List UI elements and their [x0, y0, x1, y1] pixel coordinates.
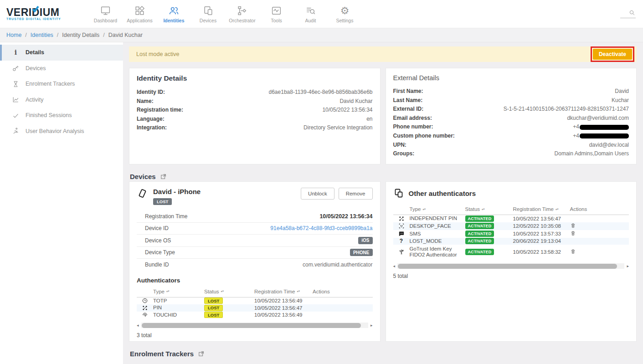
main-content: Lost mode active Deactivate Identity Det…: [123, 42, 643, 364]
table-row-totp: TOTP LOST 10/05/2022 13:56:49: [137, 297, 373, 305]
brand-text: VERIDIUM: [6, 7, 78, 17]
settings-gear-icon: ⚙: [340, 5, 350, 16]
nav-item-tools[interactable]: Tools: [259, 5, 293, 23]
lost-status-badge: LOST: [204, 297, 223, 304]
sidebar-item-finished-sessions[interactable]: Finished Sessions: [0, 108, 123, 123]
sort-icon: ▴▾: [221, 290, 224, 292]
authenticators-table: Type▴▾ Status▴▾ Registration Time▴▾ Acti…: [137, 286, 373, 319]
nav-item-dashboard[interactable]: Dashboard: [88, 5, 123, 23]
authenticators-total: 3 total: [137, 332, 373, 338]
sort-icon: ▴▾: [166, 290, 170, 292]
delete-icon[interactable]: [570, 248, 576, 255]
tools-icon: [271, 5, 282, 16]
delete-icon[interactable]: [570, 222, 576, 229]
nav-item-applications[interactable]: Applications: [123, 5, 157, 23]
info-icon: i: [12, 49, 20, 56]
col-registration-time[interactable]: Registration Time▴▾: [254, 289, 313, 294]
fingerprint-icon: [142, 312, 148, 318]
table-row-sms: SMS ACTIVATED 10/05/2022 13:57:33: [393, 230, 629, 238]
scrollbar-thumb[interactable]: [142, 323, 361, 328]
device-name: David - iPhone: [153, 188, 201, 196]
col-actions: Actions: [313, 289, 373, 294]
nav-item-audit[interactable]: Audit: [293, 5, 328, 23]
device-panel: David - iPhone LOST Unblock Remove Regis…: [129, 181, 381, 342]
hourglass-icon: [12, 80, 20, 88]
sort-icon: ▴▾: [482, 208, 485, 210]
pin-icon: [142, 305, 148, 311]
audit-icon: [305, 5, 316, 16]
sidebar-item-devices[interactable]: Devices: [0, 61, 123, 77]
other-authenticators-title: Other authenticators: [409, 190, 476, 197]
deactivate-button[interactable]: Deactivate: [593, 49, 632, 60]
nav-item-identities[interactable]: Identities: [157, 5, 191, 23]
custom-phone-number-row: Custom phone number:+4: [393, 132, 629, 141]
external-link-icon[interactable]: [198, 350, 205, 357]
scroll-left-arrow[interactable]: ◂: [137, 323, 139, 328]
sidebar-item-enrolment-trackers[interactable]: Enrolment Trackers: [0, 76, 123, 92]
lost-mode-banner: Lost mode active Deactivate: [129, 46, 637, 62]
search-button[interactable]: [620, 9, 636, 18]
activated-status-badge: ACTIVATED: [465, 231, 494, 237]
lost-mode-message: Lost mode active: [136, 51, 180, 57]
user-behavior-icon: [12, 127, 20, 135]
table-row-pin: PIN LOST 10/05/2022 13:56:47: [137, 304, 373, 312]
col-type[interactable]: Type▴▾: [153, 289, 204, 294]
breadcrumb-identity-details: Identity Details: [62, 32, 99, 38]
device-id-link[interactable]: 91e4a58a-b672-4c88-9fd3-cceb9899ba1a: [270, 225, 372, 231]
device-type-row: Device TypePHONE: [137, 247, 373, 259]
activated-status-badge: ACTIVATED: [465, 223, 494, 229]
delete-icon[interactable]: [570, 230, 576, 236]
phone-number-row: Phone number:+4: [393, 123, 629, 132]
breadcrumb-home[interactable]: Home: [6, 32, 21, 38]
deactivate-highlight-box: Deactivate: [591, 46, 634, 62]
logo-checkmark-icon: [32, 4, 39, 14]
nav-item-orchestrator[interactable]: Orchestrator: [225, 5, 259, 23]
redaction-bar: [580, 125, 629, 130]
clock-icon: [142, 297, 148, 304]
sidebar-item-details[interactable]: i Details: [0, 45, 123, 61]
col-status[interactable]: Status▴▾: [465, 206, 513, 212]
identities-icon: [168, 5, 180, 16]
face-scan-icon: [398, 223, 405, 229]
veridium-logo[interactable]: VERIDIUM TRUSTED DIGITAL IDENTITY: [6, 7, 78, 21]
sidebar-item-user-behavior-analysis[interactable]: User Behavior Analysis: [0, 123, 123, 139]
horizontal-scrollbar: ◂ ▸: [137, 323, 373, 328]
nav-item-devices[interactable]: Devices: [191, 5, 225, 23]
unblock-button[interactable]: Unblock: [301, 188, 334, 200]
scrollbar-thumb[interactable]: [398, 264, 617, 269]
external-link-icon[interactable]: [160, 173, 167, 180]
lost-status-badge: LOST: [204, 305, 223, 311]
table-row-fido2: GoTrust Idem Key FIDO2 Authenticator ACT…: [393, 245, 629, 259]
breadcrumb-identities[interactable]: Identities: [31, 32, 53, 38]
phone-device-icon: [137, 188, 148, 199]
lost-status-badge: LOST: [204, 312, 223, 318]
search-icon: [628, 9, 636, 16]
col-type[interactable]: Type▴▾: [410, 206, 465, 212]
nav-item-settings[interactable]: ⚙ Settings: [328, 5, 362, 23]
scroll-right-arrow[interactable]: ▸: [370, 323, 373, 328]
horizontal-scrollbar: ◂ ▸: [393, 263, 629, 269]
scroll-left-arrow[interactable]: ◂: [393, 264, 396, 268]
breadcrumb: Home / Identities / Identity Details / D…: [0, 28, 643, 42]
breadcrumb-current-user: David Kuchar: [108, 32, 143, 38]
top-navigation-bar: VERIDIUM TRUSTED DIGITAL IDENTITY Dashbo…: [0, 0, 643, 28]
key-icon: [12, 64, 20, 72]
groups-row: Groups:Domain Admins,Domain Users: [393, 149, 629, 159]
scroll-right-arrow[interactable]: ▸: [627, 264, 629, 268]
table-row-lost-mode: ? LOST_MODE ACTIVATED 20/06/2022 19:13:0…: [393, 238, 629, 245]
col-status[interactable]: Status▴▾: [204, 289, 254, 294]
other-authenticators-panel: Other authenticators Type▴▾ Status▴▾ Reg…: [386, 181, 637, 342]
enrolment-trackers-section-heading: Enrolment Trackers: [130, 349, 636, 359]
col-actions: Actions: [570, 206, 629, 212]
external-details-title: External Details: [393, 74, 629, 82]
first-name-row: First Name:David: [393, 87, 629, 96]
table-row-desktop-face: DESKTOP_FACE ACTIVATED 12/05/2022 10:35:…: [393, 222, 629, 230]
ios-badge: iOS: [358, 237, 372, 244]
activated-status-badge: ACTIVATED: [465, 249, 494, 255]
col-registration-time[interactable]: Registration Time▴▾: [513, 206, 570, 212]
remove-button[interactable]: Remove: [339, 188, 373, 200]
other-authenticators-total: 5 total: [393, 273, 629, 279]
sidebar-item-activity[interactable]: Activity: [0, 92, 123, 108]
activated-status-badge: ACTIVATED: [465, 238, 494, 244]
question-icon: ?: [400, 238, 403, 244]
